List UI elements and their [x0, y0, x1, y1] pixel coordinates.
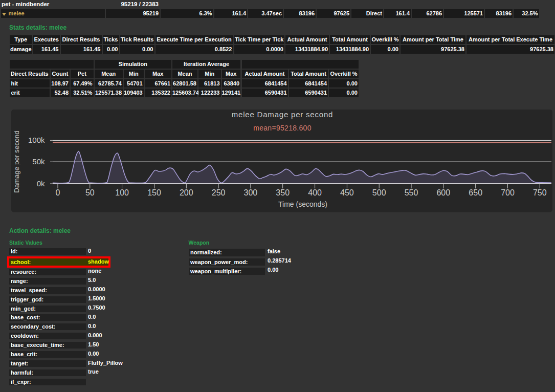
svg-text:750: 750 [533, 188, 547, 197]
svg-text:mean=95218.600: mean=95218.600 [253, 124, 312, 132]
svg-text:200: 200 [180, 188, 193, 197]
svg-text:500: 500 [372, 188, 386, 197]
svg-text:600: 600 [436, 188, 450, 197]
svg-text:300: 300 [244, 188, 258, 197]
svg-text:450: 450 [340, 188, 354, 197]
svg-text:650: 650 [469, 188, 482, 197]
svg-text:550: 550 [405, 188, 418, 197]
svg-text:350: 350 [276, 188, 290, 197]
svg-text:0: 0 [56, 188, 60, 197]
svg-text:0k: 0k [37, 179, 45, 188]
svg-text:100: 100 [115, 188, 129, 197]
svg-text:150: 150 [147, 188, 161, 197]
svg-text:50k: 50k [32, 157, 45, 166]
svg-text:melee Damage per second: melee Damage per second [232, 110, 334, 119]
svg-text:400: 400 [308, 188, 322, 197]
svg-text:700: 700 [501, 188, 515, 197]
svg-text:50: 50 [85, 188, 95, 197]
svg-text:Time (seconds): Time (seconds) [278, 200, 327, 208]
svg-text:Damage per second: Damage per second [13, 130, 20, 193]
svg-text:250: 250 [212, 188, 226, 197]
svg-text:100k: 100k [28, 136, 45, 144]
